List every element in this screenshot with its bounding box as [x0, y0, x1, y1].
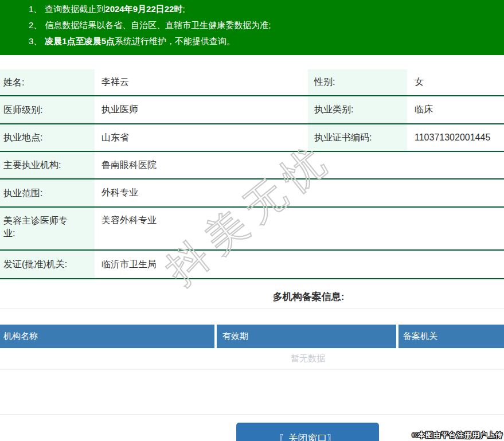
uploader-copyright-watermark: ©本图由平台注册用户上传 [412, 430, 503, 440]
field-label-practice-place: 执业地点: [0, 124, 95, 151]
field-label-practice-type: 执业类别: [308, 96, 407, 123]
divider [0, 414, 504, 415]
notice-line-number: 3、 [29, 36, 42, 46]
filing-table-header: 机构名称 有效期 备案机关 [0, 325, 504, 348]
field-value-practice-scope: 外科专业 [95, 179, 504, 206]
notice-line-number: 2、 [29, 20, 42, 30]
notice-banner: 1、查询数据截止到2024年9月22日22时; 2、信息数据结果以各省、自治区、… [0, 0, 504, 55]
notice-line-1: 1、查询数据截止到2024年9月22日22时; [29, 1, 504, 17]
field-label-name: 姓名: [0, 69, 95, 95]
column-header-filing-authority: 备案机关 [398, 325, 504, 348]
field-value-issuing-authority: 临沂市卫生局 [95, 251, 504, 278]
field-label-gender: 性别: [308, 69, 407, 95]
table-row: 执业地点: 山东省 执业证书编码: 110371302001445 [0, 124, 504, 152]
field-value-cosmetic-specialty: 美容外科专业 [95, 208, 504, 249]
table-row: 姓名: 李祥云 性别: 女 [0, 69, 504, 96]
filing-section-title: 多机构备案信息: [0, 290, 504, 303]
notice-text-bold: 凌晨1点至凌晨5点 [45, 36, 115, 46]
field-value-certificate-number: 110371302001445 [407, 124, 504, 151]
field-label-doctor-level: 医师级别: [0, 96, 95, 123]
field-label-practice-scope: 执业范围: [0, 179, 95, 206]
field-value-name: 李祥云 [95, 69, 308, 95]
field-value-gender: 女 [407, 69, 504, 95]
notice-line-3: 3、凌晨1点至凌晨5点系统进行维护，不能提供查询。 [29, 33, 504, 49]
divider [0, 369, 504, 370]
notice-line-number: 1、 [29, 4, 42, 14]
field-value-doctor-level: 执业医师 [95, 96, 308, 123]
table-row: 发证(批准)机关: 临沂市卫生局 [0, 251, 504, 279]
column-header-institution-name: 机构名称 [0, 325, 214, 348]
notice-text: 信息数据结果以各省、自治区、直辖市卫生健康委数据为准; [45, 20, 271, 30]
column-header-validity-period: 有效期 [217, 325, 396, 348]
field-label-cosmetic-specialty: 美容主诊医师专业: [0, 208, 95, 249]
notice-text: 查询数据截止到 [45, 4, 105, 14]
table-row: 主要执业机构: 鲁南眼科医院 [0, 152, 504, 179]
field-label-certificate-number: 执业证书编码: [308, 124, 407, 151]
notice-text: ; [182, 4, 185, 14]
close-window-button[interactable]: 〖关闭窗口〗 [236, 423, 379, 441]
divider [0, 309, 504, 309]
empty-data-placeholder: 暂无数据 [0, 348, 504, 369]
field-label-main-institution: 主要执业机构: [0, 152, 95, 178]
field-value-practice-place: 山东省 [95, 124, 308, 151]
doctor-info-table: 姓名: 李祥云 性别: 女 医师级别: 执业医师 执业类别: 临床 执业地点: … [0, 69, 504, 279]
table-row: 美容主诊医师专业: 美容外科专业 [0, 208, 504, 251]
table-row: 医师级别: 执业医师 执业类别: 临床 [0, 96, 504, 124]
field-label-issuing-authority: 发证(批准)机关: [0, 251, 95, 278]
notice-line-2: 2、信息数据结果以各省、自治区、直辖市卫生健康委数据为准; [29, 17, 504, 33]
field-value-practice-type: 临床 [407, 96, 504, 123]
query-result-page: 1、查询数据截止到2024年9月22日22时; 2、信息数据结果以各省、自治区、… [0, 0, 504, 441]
notice-text-bold: 2024年9月22日22时 [105, 4, 182, 14]
table-row: 执业范围: 外科专业 [0, 179, 504, 208]
notice-text: 系统进行维护，不能提供查询。 [115, 36, 235, 46]
field-value-main-institution: 鲁南眼科医院 [95, 152, 504, 178]
